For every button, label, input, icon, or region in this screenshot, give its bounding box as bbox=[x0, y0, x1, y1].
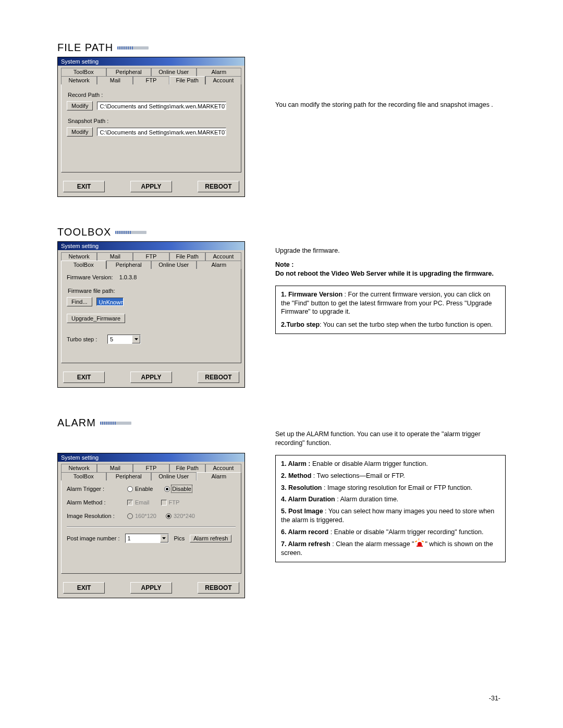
snapshot-path-input[interactable]: C:\Documents and Settings\mark.wen.MARKE… bbox=[97, 128, 226, 136]
section-title: FILE PATH bbox=[57, 42, 113, 54]
alarm-refresh-button[interactable]: Alarm refresh bbox=[190, 535, 231, 542]
radio-disable[interactable]: Disable bbox=[164, 486, 191, 492]
modify-snapshot-button[interactable]: Modify bbox=[67, 127, 93, 137]
turbo-step-label: Turbo step : bbox=[67, 336, 103, 342]
window-title: System setting bbox=[58, 57, 244, 66]
toolbox-desc: Upgrade the firmware. bbox=[275, 246, 506, 255]
reboot-button[interactable]: REBOOT bbox=[198, 582, 239, 594]
find-button[interactable]: Find... bbox=[67, 297, 92, 306]
apply-button[interactable]: APPLY bbox=[130, 582, 172, 594]
svg-marker-0 bbox=[134, 338, 138, 340]
upgrade-firmware-button[interactable]: Upgrade_Firmware bbox=[67, 314, 125, 323]
tab-peripheral[interactable]: Peripheral bbox=[106, 472, 152, 480]
chevron-down-icon bbox=[132, 335, 140, 343]
radio-enable[interactable]: Enable bbox=[127, 486, 153, 492]
turbo-step-value: 5 bbox=[108, 336, 132, 342]
alarm-method-label: Alarm Method : bbox=[67, 499, 123, 505]
exit-button[interactable]: EXIT bbox=[63, 582, 105, 594]
tab-toolbox[interactable]: ToolBox bbox=[61, 472, 106, 480]
toolbox-note-box: 1. Firmware Version : For the current fi… bbox=[275, 286, 506, 335]
turbo-step-select[interactable]: 5 bbox=[107, 335, 141, 344]
tab-filepath[interactable]: File Path bbox=[169, 464, 205, 472]
tab-network[interactable]: Network bbox=[61, 76, 97, 84]
tab-onlineuser[interactable]: Online User bbox=[151, 472, 197, 480]
section-filepath: FILE PATH System setting ToolBox Periphe… bbox=[57, 42, 506, 197]
reboot-button[interactable]: REBOOT bbox=[198, 181, 239, 192]
note-item2-label: Turbo step bbox=[286, 321, 320, 328]
tab-alarm[interactable]: Alarm bbox=[197, 261, 242, 269]
section-title: ALARM bbox=[57, 417, 96, 429]
svg-marker-1 bbox=[162, 537, 166, 539]
tab-account[interactable]: Account bbox=[205, 464, 241, 472]
page-number: -31- bbox=[489, 695, 500, 702]
tab-peripheral[interactable]: Peripheral bbox=[106, 261, 152, 269]
pics-label: Pics bbox=[174, 535, 185, 541]
title-rule bbox=[115, 231, 146, 234]
title-rule bbox=[100, 422, 131, 425]
tab-mail[interactable]: Mail bbox=[97, 464, 133, 472]
alarm-note-box: 1. Alarm : Enable or disable Alarm trigg… bbox=[275, 455, 506, 562]
tab-mail[interactable]: Mail bbox=[97, 252, 133, 261]
tab-onlineuser[interactable]: Online User bbox=[151, 68, 197, 76]
fw-version-label: Firmware Version: bbox=[67, 274, 113, 280]
title-rule bbox=[117, 46, 149, 50]
image-resolution-label: Image Resolution : bbox=[67, 513, 123, 519]
post-image-label: Post image number : bbox=[67, 535, 120, 541]
snapshot-path-label: Snapshot Path : bbox=[68, 118, 236, 124]
alarm-intro: Set up the ALARM function. You can use i… bbox=[275, 430, 506, 448]
tab-mail[interactable]: Mail bbox=[97, 76, 133, 84]
reboot-button[interactable]: REBOOT bbox=[198, 372, 239, 383]
tab-ftp[interactable]: FTP bbox=[133, 464, 169, 472]
post-image-value: 1 bbox=[126, 535, 160, 541]
tab-alarm[interactable]: Alarm bbox=[197, 472, 242, 480]
note-item1-label: Firmware Version bbox=[288, 291, 342, 298]
tab-network[interactable]: Network bbox=[61, 252, 97, 261]
alarm-trigger-label: Alarm Trigger : bbox=[67, 486, 123, 492]
tab-network[interactable]: Network bbox=[61, 464, 97, 472]
section-title: TOOLBOX bbox=[57, 226, 111, 238]
tab-alarm[interactable]: Alarm bbox=[197, 68, 242, 76]
tab-toolbox[interactable]: ToolBox bbox=[61, 68, 106, 76]
tab-account[interactable]: Account bbox=[205, 76, 241, 84]
section-alarm: ALARM System setting Network Mail FTP Fi… bbox=[57, 417, 506, 598]
tab-filepath[interactable]: File Path bbox=[169, 76, 205, 84]
tab-toolbox[interactable]: ToolBox bbox=[61, 261, 106, 269]
tab-ftp[interactable]: FTP bbox=[133, 252, 169, 261]
tab-account[interactable]: Account bbox=[205, 252, 241, 261]
check-ftp[interactable]: FTP bbox=[161, 499, 180, 505]
exit-button[interactable]: EXIT bbox=[63, 372, 105, 383]
section-toolbox: TOOLBOX System setting Network Mail FTP … bbox=[57, 226, 506, 388]
fw-path-label: Firmware file path: bbox=[68, 288, 236, 294]
radio-res-320[interactable]: 320*240 bbox=[166, 513, 195, 519]
record-path-input[interactable]: C:\Documents and Settings\mark.wen.MARKE… bbox=[97, 102, 226, 110]
note-label: Note : bbox=[275, 261, 293, 268]
tab-onlineuser[interactable]: Online User bbox=[151, 261, 197, 269]
modify-record-button[interactable]: Modify bbox=[67, 101, 93, 110]
filepath-desc: You can modify the storing path for the … bbox=[275, 101, 506, 109]
chevron-down-icon bbox=[160, 534, 168, 542]
check-email[interactable]: Email bbox=[127, 499, 150, 505]
dialog-toolbox: System setting Network Mail FTP File Pat… bbox=[57, 241, 245, 388]
tab-filepath[interactable]: File Path bbox=[169, 252, 205, 261]
tab-ftp[interactable]: FTP bbox=[133, 76, 169, 84]
window-title: System setting bbox=[58, 453, 244, 462]
radio-res-160[interactable]: 160*120 bbox=[127, 513, 156, 519]
dialog-alarm: System setting Network Mail FTP File Pat… bbox=[57, 453, 245, 598]
note-item2-text: : You can set the turbo step when the tu… bbox=[320, 321, 493, 328]
apply-button[interactable]: APPLY bbox=[130, 372, 172, 383]
alarm-light-icon bbox=[416, 540, 423, 546]
post-image-select[interactable]: 1 bbox=[125, 534, 169, 543]
note-strong: Do not reboot the Video Web Server while… bbox=[275, 270, 494, 277]
record-path-label: Record Path : bbox=[68, 92, 236, 98]
window-title: System setting bbox=[58, 242, 244, 250]
exit-button[interactable]: EXIT bbox=[63, 181, 105, 192]
fw-path-input[interactable]: UnKnown bbox=[96, 298, 124, 306]
dialog-filepath: System setting ToolBox Peripheral Online… bbox=[57, 57, 245, 197]
fw-version-value: 1.0.3.8 bbox=[119, 274, 137, 280]
apply-button[interactable]: APPLY bbox=[130, 181, 172, 192]
tab-peripheral[interactable]: Peripheral bbox=[106, 68, 152, 76]
